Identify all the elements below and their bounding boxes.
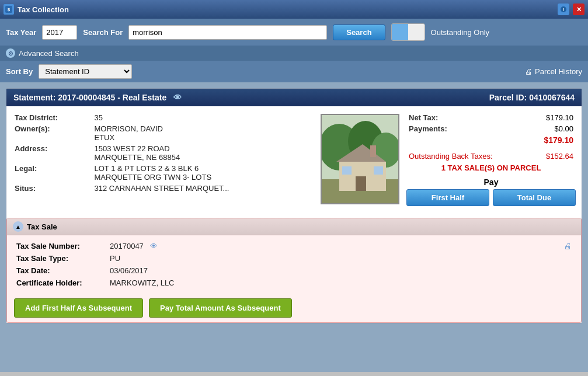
tax-sale-collapse-button[interactable]: ▲ [13,221,23,232]
situs-row: Situs: 312 CARNAHAN STREET MARQUET... [12,183,313,194]
toolbar: Tax Year Search For Search Outstanding O… [0,19,588,46]
pay-section: Pay First Half Total Due [406,177,576,206]
tax-sale-number-row: Tax Sale Number: 20170047 👁 🖨 [14,240,574,252]
advanced-search-bar: ⊙ Advanced Search [0,46,588,61]
toggle-right[interactable] [408,24,425,40]
tax-sale-eye-icon[interactable]: 👁 [150,242,158,250]
app-icon: $ [4,4,14,15]
svg-rect-12 [342,166,352,175]
parcel-history-button[interactable]: 🖨 Parcel History [525,67,582,76]
pay-total-amount-button[interactable]: Pay Total Amount As Subsequent [149,298,292,318]
outstanding-only-label: Outstanding Only [431,28,489,37]
window-title: Tax Collection [18,5,554,14]
tax-sale-type-row: Tax Sale Type: PU [14,252,574,264]
property-image [321,114,399,204]
svg-rect-11 [356,176,366,191]
tax-summary-table: Net Tax: $179.10 Payments: $0.00 $179.10 [406,112,576,146]
main-content: Statement: 2017-00004845 - Real Estate 👁… [0,82,588,372]
sort-by-select[interactable]: Statement ID [39,64,132,79]
tax-sale-body: Tax Sale Number: 20170047 👁 🖨 Tax Sale T… [7,235,581,294]
statement-eye-icon[interactable]: 👁 [173,93,182,102]
tax-summary-section: Net Tax: $179.10 Payments: $0.00 $179.10 [406,112,576,206]
property-details: Tax District: 35 Owner(s): MORRISON, DAV… [12,112,313,206]
tax-year-input[interactable] [42,25,77,40]
search-for-label: Search For [83,28,123,37]
tax-sale-header: ▲ Tax Sale [7,218,581,235]
legal-row: Legal: LOT 1 & PT LOTS 2 & 3 BLK 6 MARQU… [12,163,313,183]
titlebar-close-button[interactable]: ✕ [573,4,584,15]
payments-row: Payments: $0.00 [406,123,576,134]
tax-date-row: Tax Date: 03/06/2017 [14,264,574,277]
tax-sale-actions: Add First Half As Subsequent Pay Total A… [7,294,581,322]
net-tax-row: Net Tax: $179.10 [406,112,576,123]
svg-rect-13 [374,166,383,175]
total-due-button[interactable]: Total Due [493,189,576,206]
statement-card: Statement: 2017-00004845 - Real Estate 👁… [6,88,582,323]
balance-row: $179.10 [406,134,576,146]
pay-buttons: First Half Total Due [406,189,576,206]
sort-by-label: Sort By [6,67,33,76]
sort-bar: Sort By Statement ID 🖨 Parcel History [0,61,588,82]
owner-row: Owner(s): MORRISON, DAVID ETUX [12,123,313,143]
add-first-half-button[interactable]: Add First Half As Subsequent [14,298,143,318]
advanced-search-label[interactable]: Advanced Search [19,49,79,58]
search-input[interactable] [128,25,327,40]
view-toggle [391,23,425,41]
statement-title: Statement: 2017-00004845 - Real Estate 👁 [13,93,182,102]
statement-body: Tax District: 35 Owner(s): MORRISON, DAV… [6,106,582,212]
tax-sale-notice: 1 TAX SALE(S) ON PARCEL [406,162,576,174]
titlebar-fb-button[interactable]: f [558,4,569,15]
statement-header: Statement: 2017-00004845 - Real Estate 👁… [6,89,582,106]
address-row: Address: 1503 WEST 22 ROAD MARQUETTE, NE… [12,143,313,163]
search-button[interactable]: Search [333,25,385,40]
tax-district-row: Tax District: 35 [12,112,313,123]
svg-text:$: $ [8,7,11,12]
tax-sale-section: ▲ Tax Sale Tax Sale Number: 20170047 👁 🖨… [6,218,582,323]
toggle-left[interactable] [392,24,408,40]
tax-sale-print-icon[interactable]: 🖨 [564,242,572,250]
certificate-holder-row: Certificate Holder: MARKOWITZ, LLC [14,277,574,289]
svg-rect-14 [370,145,376,157]
adv-search-icon: ⊙ [6,48,15,58]
first-half-button[interactable]: First Half [406,189,489,206]
printer-icon: 🖨 [525,67,533,76]
tax-year-label: Tax Year [6,28,36,37]
back-taxes-row: Outstanding Back Taxes: $152.64 [406,151,576,162]
parcel-id-display: Parcel ID: 0410067644 [489,93,575,102]
tax-sale-section-label: Tax Sale [27,222,57,231]
property-photo [319,112,401,206]
title-bar: $ Tax Collection f ✕ [0,0,588,19]
